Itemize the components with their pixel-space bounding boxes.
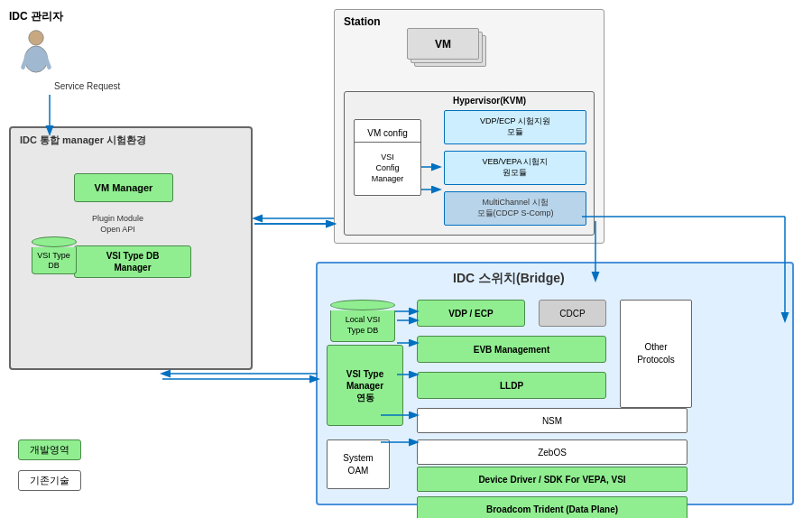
other-protocols-box: Other Protocols — [620, 300, 692, 408]
cdcp-box: CDCP — [539, 300, 606, 327]
local-db-top — [330, 300, 395, 310]
svg-point-0 — [29, 31, 43, 45]
vm-manager-box: VM Manager — [74, 173, 173, 202]
multichannel-module-box: MultiChannel 시험 모듈(CDCP S-Comp) — [444, 191, 586, 226]
evb-mgmt-box: EVB Management — [417, 336, 606, 363]
idc-switch-title: IDC 스위치(Bridge) — [453, 271, 565, 287]
local-db-body: Local VSIType DB — [330, 310, 395, 342]
system-oam-box: SystemOAM — [327, 439, 390, 489]
idc-switch-box: IDC 스위치(Bridge) Local VSIType DB VSI Typ… — [316, 262, 794, 505]
legend-existing[interactable]: 기존기술 — [18, 470, 81, 491]
lldp-box: LLDP — [417, 372, 606, 399]
idc-admin-label: IDC 관리자 — [9, 9, 63, 24]
vm-box-main: VM — [407, 28, 479, 60]
legend-area: 개발영역 기존기술 — [18, 439, 81, 491]
vsi-type-manager-box: VSI TypeManager연동 — [327, 345, 403, 426]
diagram-container: IDC 관리자 Service Request IDC 통합 manager 시… — [0, 0, 812, 518]
cylinder-top — [32, 236, 77, 247]
cylinder-body: VSI TypeDB — [32, 247, 77, 274]
person-icon — [18, 28, 54, 73]
vsi-type-db: VSI TypeDB — [29, 236, 78, 286]
station-box: Station VM Hypervisor(KVM) VM config VSI… — [334, 9, 604, 244]
station-title: Station — [344, 15, 381, 28]
legend-dev[interactable]: 개발영역 — [18, 439, 81, 460]
zebos-box: ZebOS — [417, 439, 687, 465]
idc-manager-title: IDC 통합 manager 시험환경 — [20, 134, 146, 147]
hypervisor-box: Hypervisor(KVM) VM config VSIConfigManag… — [344, 91, 595, 236]
idc-admin-area: IDC 관리자 — [9, 9, 63, 73]
idc-manager-box: IDC 통합 manager 시험환경 VM Manager Plugin Mo… — [9, 126, 253, 370]
device-driver-box: Device Driver / SDK For VEPA, VSI — [417, 467, 687, 492]
switch-vdp-box: VDP / ECP — [417, 300, 525, 327]
local-vsi-type-db: Local VSIType DB — [327, 300, 399, 342]
broadcom-box: Broadcom Trident (Data Plane) — [417, 496, 687, 518]
vsi-db-manager-box: VSI Type DB Manager — [74, 245, 191, 278]
service-request-label: Service Request — [54, 81, 120, 91]
vsi-config-manager-box: VSIConfigManager — [354, 142, 421, 196]
vdp-ecp-module-box: VDP/ECP 시험지원 모듈 — [444, 110, 586, 144]
nsm-box: NSM — [417, 408, 687, 433]
veb-vepa-module-box: VEB/VEPA 시험지 원모듈 — [444, 151, 586, 185]
plugin-label: Plugin ModuleOpen API — [92, 214, 143, 235]
hypervisor-title: Hypervisor(KVM) — [453, 96, 526, 106]
